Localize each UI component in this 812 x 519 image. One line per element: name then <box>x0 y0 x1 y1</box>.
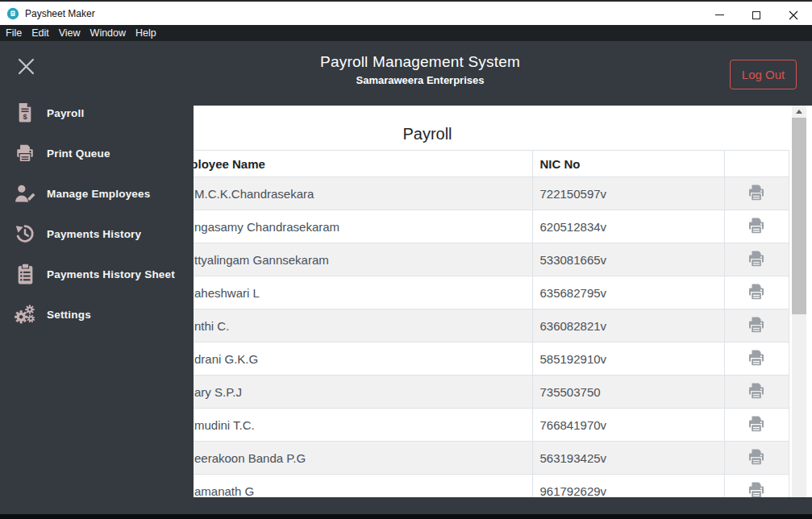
table-row: mudini T.C. 766841970v <box>194 409 789 442</box>
table-row: ary S.P.J 735503750 <box>194 376 789 409</box>
print-action-cell <box>724 177 789 210</box>
column-header-employee-name: Employee Name <box>194 151 532 177</box>
employee-name-cell: mudini T.C. <box>194 409 532 442</box>
close-button[interactable] <box>775 3 812 27</box>
menu-edit[interactable]: Edit <box>31 25 49 41</box>
print-action-cell <box>724 243 789 276</box>
sidebar-item-print-queue[interactable]: Print Queue <box>0 133 194 173</box>
table-row: ttyalingam Gannsekaram 533081665v <box>194 243 789 276</box>
footer-bar: C Base Labs © 2020 | Contact Us : suppor… <box>0 497 812 514</box>
sidebar-label: Settings <box>47 309 91 321</box>
menu-help[interactable]: Help <box>135 25 156 41</box>
company-subtitle: Samaraweera Enterprises <box>28 74 812 86</box>
sidebar-label: Manage Employees <box>47 188 151 200</box>
print-action-cell <box>724 309 789 343</box>
sidebar-nav: $ Payroll Print Queue <box>0 106 194 497</box>
scrollbar-thumb[interactable] <box>792 118 806 314</box>
svg-text:$: $ <box>23 113 27 121</box>
minimize-button[interactable] <box>701 3 738 27</box>
menu-view[interactable]: View <box>59 25 81 41</box>
payroll-table: Employee Name NIC No M.C.K.Chandrasekara… <box>194 150 789 497</box>
column-header-nic-no: NIC No <box>532 151 724 177</box>
employee-name-cell: eerakoon Banda P.G <box>194 442 532 475</box>
payroll-table-container: Payroll Employee Name NIC No M.C.K.Chand… <box>194 106 789 497</box>
gears-icon <box>13 302 37 326</box>
print-action-cell <box>724 210 789 243</box>
table-row: drani G.K.G 585192910v <box>194 343 789 376</box>
scrollbar-up-button[interactable] <box>792 106 806 118</box>
nic-no-cell: 563193425v <box>532 442 724 475</box>
sidebar-item-payments-history-sheet[interactable]: Payments History Sheet <box>0 254 194 294</box>
window-controls <box>701 3 812 27</box>
menu-bar: File Edit View Window Help <box>0 25 812 41</box>
vertical-scrollbar[interactable] <box>792 106 806 497</box>
print-row-button[interactable] <box>747 183 766 202</box>
bottom-strip <box>0 514 812 519</box>
employee-name-cell: ary S.P.J <box>194 376 532 409</box>
printer-icon <box>747 216 766 235</box>
print-row-button[interactable] <box>747 216 766 235</box>
printer-icon <box>747 348 766 367</box>
maximize-button[interactable] <box>738 3 775 27</box>
printer-icon <box>747 315 766 334</box>
print-row-button[interactable] <box>747 480 766 498</box>
close-icon <box>789 10 798 20</box>
printer-icon <box>747 282 766 301</box>
nic-no-cell: 620512834v <box>532 210 724 243</box>
main-content: Payroll Employee Name NIC No M.C.K.Chand… <box>194 106 812 497</box>
sidebar-item-manage-employees[interactable]: Manage Employees <box>0 173 194 214</box>
page-title: Payroll Management System <box>28 53 812 71</box>
window-title: Paysheet Maker <box>25 8 95 19</box>
employee-name-cell: nthi C. <box>194 309 532 343</box>
sidebar-label: Payroll <box>47 107 84 119</box>
clipboard-list-icon <box>13 262 37 286</box>
sidebar-item-settings[interactable]: Settings <box>0 294 194 334</box>
table-header-row: Employee Name NIC No <box>194 151 789 177</box>
printer-icon <box>747 480 766 498</box>
print-row-button[interactable] <box>747 249 766 268</box>
nic-no-cell: 722150597v <box>532 177 724 210</box>
nic-no-cell: 585192910v <box>532 343 724 376</box>
printer-icon <box>13 141 37 165</box>
logout-button[interactable]: Log Out <box>730 60 797 89</box>
printer-icon <box>747 414 766 434</box>
print-row-button[interactable] <box>747 381 766 401</box>
sidebar-item-payments-history[interactable]: Payments History <box>0 214 194 254</box>
employee-name-cell: ngasamy Chandrasekaram <box>194 210 532 243</box>
print-action-cell <box>724 343 789 376</box>
minimize-icon <box>715 15 724 15</box>
file-invoice-dollar-icon: $ <box>13 101 37 125</box>
table-row: nthi C. 636082821v <box>194 309 789 343</box>
header-titles: Payroll Management System Samaraweera En… <box>28 53 812 86</box>
nic-no-cell: 766841970v <box>532 409 724 442</box>
sidebar-label: Payments History <box>47 228 141 240</box>
print-row-button[interactable] <box>747 315 766 334</box>
print-action-cell <box>724 409 789 442</box>
print-row-button[interactable] <box>747 348 766 367</box>
nic-no-cell: 635682795v <box>532 276 724 309</box>
print-action-cell <box>724 475 789 498</box>
printer-icon <box>747 183 766 202</box>
employee-name-cell: drani G.K.G <box>194 343 532 376</box>
nic-no-cell: 961792629v <box>532 475 724 498</box>
column-header-actions <box>724 151 789 177</box>
table-row: M.C.K.Chandrasekara 722150597v <box>194 177 789 210</box>
print-row-button[interactable] <box>747 282 766 301</box>
print-row-button[interactable] <box>747 447 766 467</box>
nic-no-cell: 735503750 <box>532 376 724 409</box>
menu-window[interactable]: Window <box>90 25 126 41</box>
printer-icon <box>747 447 766 467</box>
table-row: amanath G 961792629v <box>194 475 789 498</box>
triangle-up-icon <box>796 110 802 114</box>
app-logo-icon <box>6 7 19 20</box>
print-action-cell <box>724 276 789 309</box>
history-icon <box>13 222 37 246</box>
sidebar-label: Print Queue <box>47 147 110 160</box>
sidebar-item-payroll[interactable]: $ Payroll <box>0 93 194 133</box>
printer-icon <box>747 381 766 401</box>
sidebar-label: Payments History Sheet <box>47 268 175 280</box>
print-row-button[interactable] <box>747 414 766 434</box>
print-action-cell <box>724 442 789 475</box>
menu-file[interactable]: File <box>6 25 22 41</box>
employee-name-cell: aheshwari L <box>194 276 532 309</box>
